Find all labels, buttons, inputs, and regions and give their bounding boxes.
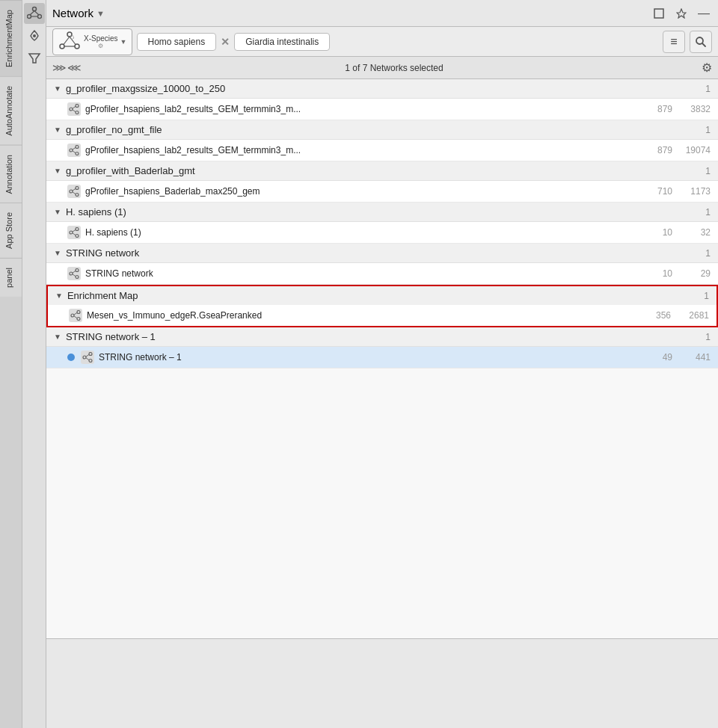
- title-bar-controls: —: [651, 5, 712, 22]
- group-count: 1: [694, 291, 709, 301]
- svg-point-44: [71, 314, 74, 317]
- collapse-icon: ▼: [54, 249, 61, 257]
- network-row[interactable]: gProfiler_hsapiens_Baderlab_max250_gem 7…: [46, 181, 718, 203]
- network-row[interactable]: STRING network 10 29: [46, 263, 718, 285]
- menu-button[interactable]: ≡: [663, 31, 685, 53]
- search-button[interactable]: [690, 31, 712, 53]
- network-name: STRING network: [85, 268, 638, 279]
- group-name: g_profiler_no_gmt_file: [66, 124, 691, 135]
- network-tab-icon[interactable]: [24, 3, 45, 24]
- group-count: 1: [696, 207, 711, 218]
- svg-line-4: [34, 11, 39, 16]
- collapse-icon: ▼: [54, 333, 61, 341]
- collapse-icon: ▼: [54, 84, 61, 93]
- svg-line-31: [73, 188, 76, 191]
- group-row[interactable]: ▼ Enrichment Map 1: [48, 286, 717, 305]
- network-title-dropdown[interactable]: Network ▼: [52, 7, 105, 19]
- svg-line-3: [30, 11, 34, 16]
- svg-point-29: [70, 190, 73, 193]
- toolbar: X-Species ⚙ ▼ Homo sapiens ✕ Giardia int…: [46, 27, 718, 57]
- expand-all-icon[interactable]: ⋘: [67, 62, 81, 73]
- network-nodes: 356: [641, 310, 671, 321]
- network-name: gProfiler_hsapiens_Baderlab_max250_gem: [85, 186, 638, 197]
- svg-line-42: [73, 274, 76, 277]
- settings-icon[interactable]: ⚙: [702, 61, 712, 75]
- homo-sapiens-tab[interactable]: Homo sapiens: [137, 33, 217, 51]
- main-panel: Network ▼ —: [46, 0, 718, 728]
- network-row[interactable]: Mesen_vs_Immuno_edgeR.GseaPreranked 356 …: [48, 305, 717, 326]
- svg-point-25: [76, 152, 79, 155]
- species-separator[interactable]: ✕: [221, 36, 230, 48]
- giardia-tab[interactable]: Giardia intestinalis: [234, 33, 330, 51]
- group-row[interactable]: ▼ g_profiler_with_Baderlab_gmt 1: [46, 161, 718, 181]
- group-row[interactable]: ▼ g_profiler_maxgssize_10000_to_250 1: [46, 79, 718, 99]
- sidebar-tab-appstore[interactable]: App Store: [0, 203, 22, 258]
- svg-line-22: [73, 110, 76, 112]
- network-share-icon: [67, 144, 81, 157]
- network-edges: 1173: [677, 186, 711, 197]
- network-name: H. sapiens (1): [85, 227, 638, 238]
- svg-point-45: [77, 318, 80, 321]
- group-row[interactable]: ▼ g_profiler_no_gmt_file 1: [46, 120, 718, 140]
- network-row[interactable]: gProfiler_hsapiens_lab2_results_GEM_term…: [46, 99, 718, 120]
- group-row[interactable]: ▼ H. sapiens (1) 1: [46, 203, 718, 222]
- collapse-all-icon[interactable]: ⋙: [52, 62, 66, 73]
- svg-point-39: [70, 272, 73, 275]
- group-name: STRING network: [66, 247, 691, 259]
- collapse-icon: ▼: [55, 291, 63, 300]
- maximize-button[interactable]: [651, 5, 667, 22]
- svg-point-30: [76, 194, 79, 197]
- filter-tab-icon[interactable]: [24, 48, 45, 69]
- network-nodes: 879: [642, 145, 672, 155]
- svg-point-48: [89, 353, 92, 356]
- group-string-network-1: ▼ STRING network – 1 1 STRING network – …: [46, 327, 718, 368]
- group-g-profiler-baderlab: ▼ g_profiler_with_Baderlab_gmt 1 gProfil…: [46, 161, 718, 203]
- dropdown-arrow-icon: ▼: [96, 9, 105, 18]
- svg-line-51: [86, 354, 89, 357]
- network-edges: 19074: [677, 145, 711, 155]
- group-enrichment-map-highlighted: ▼ Enrichment Map 1 Mesen_vs_Immuno_edgeR…: [46, 285, 718, 327]
- network-title: Network: [52, 7, 93, 19]
- xspecies-button[interactable]: X-Species ⚙ ▼: [52, 28, 132, 55]
- svg-line-17: [702, 43, 705, 46]
- network-share-icon: [67, 185, 81, 198]
- xspecies-label: X-Species: [84, 34, 118, 43]
- network-nodes: 10: [642, 268, 672, 279]
- sidebar-tab-enrichmentmap[interactable]: EnrichmentMap: [0, 0, 22, 76]
- group-row[interactable]: ▼ STRING network – 1 1: [46, 327, 718, 347]
- network-list: ▼ g_profiler_maxgssize_10000_to_250 1 gP…: [46, 79, 718, 638]
- collapse-icon: ▼: [54, 208, 61, 216]
- group-count: 1: [696, 248, 711, 259]
- svg-point-40: [76, 276, 79, 279]
- network-edges: 29: [677, 268, 711, 279]
- group-count: 1: [696, 166, 711, 176]
- group-name: g_profiler_with_Baderlab_gmt: [66, 165, 691, 176]
- network-row[interactable]: H. sapiens (1) 10 32: [46, 222, 718, 244]
- group-g-profiler-no-gmt: ▼ g_profiler_no_gmt_file 1 gProfiler_hsa…: [46, 120, 718, 161]
- svg-line-21: [73, 106, 76, 108]
- sidebar-tab-panel[interactable]: panel: [0, 258, 22, 297]
- sidebar-tab-annotation[interactable]: Annotation: [0, 145, 22, 203]
- group-row[interactable]: ▼ STRING network 1: [46, 244, 718, 263]
- icon-sidebar: [22, 0, 46, 728]
- svg-point-28: [76, 187, 79, 190]
- svg-point-35: [76, 235, 79, 238]
- network-nodes: 49: [642, 352, 672, 363]
- network-name: gProfiler_hsapiens_lab2_results_GEM_term…: [85, 145, 638, 155]
- svg-point-19: [70, 108, 73, 111]
- network-nodes: 710: [642, 186, 672, 197]
- bottom-panel: [46, 638, 718, 728]
- collapse-icon: ▼: [54, 167, 61, 175]
- pin-button[interactable]: [673, 5, 690, 22]
- sidebar-tab-autoannotate[interactable]: AutoAnnotate: [0, 76, 22, 145]
- svg-line-52: [86, 358, 89, 360]
- network-row[interactable]: gProfiler_hsapiens_lab2_results_GEM_term…: [46, 140, 718, 161]
- svg-point-18: [76, 105, 79, 108]
- network-row-selected[interactable]: STRING network – 1 49 441: [46, 347, 718, 368]
- title-bar: Network ▼ —: [46, 0, 718, 27]
- list-bar-arrows: ⋙ ⋘: [52, 62, 81, 73]
- minimize-button[interactable]: —: [696, 5, 712, 22]
- svg-point-20: [76, 111, 79, 114]
- svg-line-47: [74, 316, 77, 318]
- style-tab-icon[interactable]: [24, 25, 45, 46]
